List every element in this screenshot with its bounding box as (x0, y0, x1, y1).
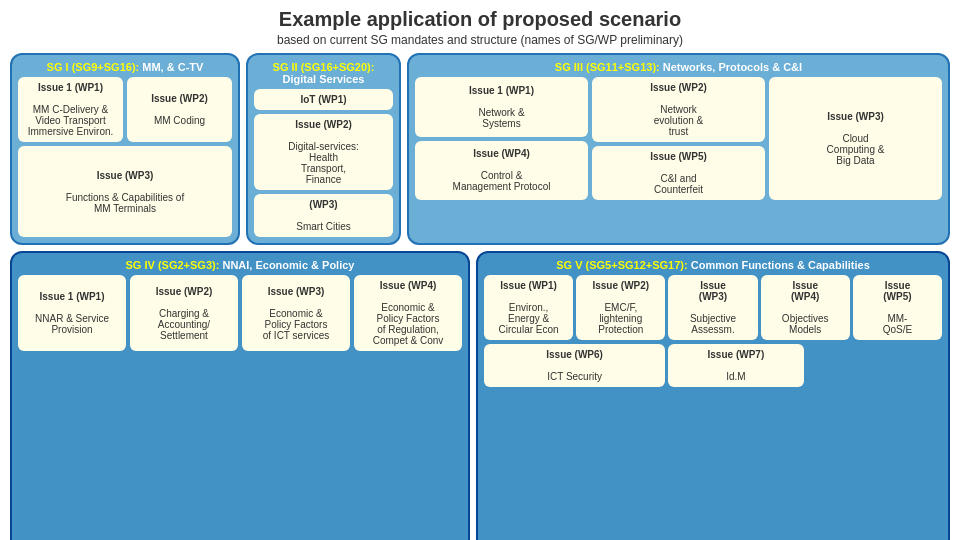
sg3-issue1: Issue 1 (WP1)Network &Systems (415, 77, 588, 137)
page-title: Example application of proposed scenario (279, 8, 681, 31)
sg5-box: SG V (SG5+SG12+SG17): Common Functions &… (476, 251, 950, 540)
sg1-title: SG I (SG9+SG16): MM, & C-TV (18, 61, 232, 73)
sg4-issue2: Issue (WP2)Charging &Accounting/Settleme… (130, 275, 238, 351)
sg1-box: SG I (SG9+SG16): MM, & C-TV Issue 1 (WP1… (10, 53, 240, 245)
sg4-issue4: Issue (WP4)Economic &Policy Factorsof Re… (354, 275, 462, 351)
sg3-title: SG III (SG11+SG13): Networks, Protocols … (415, 61, 942, 73)
sg4-content: Issue 1 (WP1)NNAR & ServiceProvision Iss… (18, 275, 462, 351)
sg2-issue1: IoT (WP1) (254, 89, 393, 110)
sg3-col3: Issue (WP3)CloudComputing &Big Data (769, 77, 942, 200)
sg1-content: Issue 1 (WP1)MM C-Delivery &Video Transp… (18, 77, 232, 237)
sg5-issue2: Issue (WP2)EMC/F,lighteningProtection (576, 275, 665, 340)
sg4-box: SG IV (SG2+SG3): NNAI, Economic & Policy… (10, 251, 470, 540)
sg3-col1: Issue 1 (WP1)Network &Systems Issue (WP4… (415, 77, 588, 200)
sg4-issue1: Issue 1 (WP1)NNAR & ServiceProvision (18, 275, 126, 351)
sg5-issue4: Issue(WP4)ObjectivesModels (761, 275, 850, 340)
sg1-issue3: Issue (WP3)Functions & Capabilities ofMM… (18, 146, 232, 237)
sg2-content: IoT (WP1) Issue (WP2)Digital-services:He… (254, 89, 393, 237)
sg2-title: SG II (SG16+SG20):Digital Services (254, 61, 393, 85)
sg3-issue4: Issue (WP4)Control &Management Protocol (415, 141, 588, 201)
sg1-issue2: Issue (WP2)MM Coding (127, 77, 232, 142)
sg3-issue3: Issue (WP3)CloudComputing &Big Data (769, 77, 942, 200)
sg3-content: Issue 1 (WP1)Network &Systems Issue (WP4… (415, 77, 942, 200)
sg2-issue3: (WP3)Smart Cities (254, 194, 393, 237)
sg3-col2: Issue (WP2)Networkevolution &trust Issue… (592, 77, 765, 200)
bottom-row: SG IV (SG2+SG3): NNAI, Economic & Policy… (10, 251, 950, 540)
sg3-box: SG III (SG11+SG13): Networks, Protocols … (407, 53, 950, 245)
sg5-issue5: Issue(WP5)MM-QoS/E (853, 275, 942, 340)
sg5-row1: Issue (WP1)Environ.,Energy &Circular Eco… (484, 275, 942, 340)
sg5-issue7: Issue (WP7)Id.M (668, 344, 803, 387)
sg5-title: SG V (SG5+SG12+SG17): Common Functions &… (484, 259, 942, 271)
sg2-box: SG II (SG16+SG20):Digital Services IoT (… (246, 53, 401, 245)
sg1-top-issues: Issue 1 (WP1)MM C-Delivery &Video Transp… (18, 77, 232, 142)
sg4-issue3: Issue (WP3)Economic &Policy Factorsof IC… (242, 275, 350, 351)
sg5-content: Issue (WP1)Environ.,Energy &Circular Eco… (484, 275, 942, 387)
sg3-issue5: Issue (WP5)C&I andCounterfeit (592, 146, 765, 200)
sg5-issue1: Issue (WP1)Environ.,Energy &Circular Eco… (484, 275, 573, 340)
page-subtitle: based on current SG mandates and structu… (277, 33, 683, 47)
sg5-issue3: Issue(WP3)SubjectiveAssessm. (668, 275, 757, 340)
sg1-issue1: Issue 1 (WP1)MM C-Delivery &Video Transp… (18, 77, 123, 142)
sg5-issue6: Issue (WP6)ICT Security (484, 344, 665, 387)
sg2-issue2: Issue (WP2)Digital-services:HealthTransp… (254, 114, 393, 190)
top-row: SG I (SG9+SG16): MM, & C-TV Issue 1 (WP1… (10, 53, 950, 245)
sg3-issue2: Issue (WP2)Networkevolution &trust (592, 77, 765, 142)
sg4-title: SG IV (SG2+SG3): NNAI, Economic & Policy (18, 259, 462, 271)
page: Example application of proposed scenario… (0, 0, 960, 540)
left-col: SG IV (SG2+SG3): NNAI, Economic & Policy… (10, 251, 470, 540)
sg5-row2: Issue (WP6)ICT Security Issue (WP7)Id.M (484, 344, 942, 387)
